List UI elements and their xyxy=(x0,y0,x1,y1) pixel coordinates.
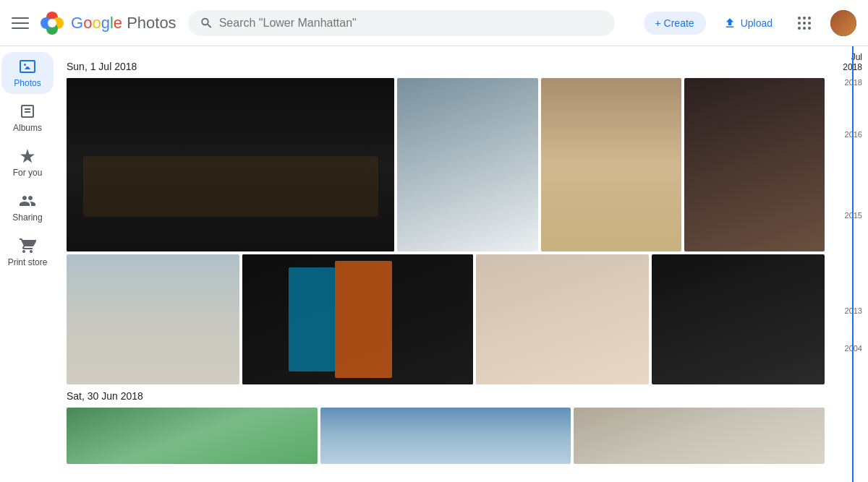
svg-point-15 xyxy=(803,27,806,30)
header-actions: + Create Upload xyxy=(644,10,856,36)
google-photos-logo: Google Photos xyxy=(38,9,176,38)
photo-cell[interactable] xyxy=(476,254,649,384)
main-content: Photos Albums For you Sharing P xyxy=(0,46,868,482)
svg-point-12 xyxy=(803,22,806,25)
svg-rect-2 xyxy=(12,27,29,29)
svg-point-7 xyxy=(48,19,56,27)
date-header-jul2018: Sun, 1 Jul 2018 xyxy=(67,61,825,72)
logo-text: Google Photos xyxy=(71,14,176,33)
sidebar-item-foryou[interactable]: For you xyxy=(1,142,54,184)
photo-content: Sun, 1 Jul 2018 xyxy=(55,46,830,482)
photo-cell[interactable] xyxy=(574,408,825,464)
photo-cell[interactable] xyxy=(67,408,318,464)
photo-cell[interactable] xyxy=(67,78,394,251)
svg-point-13 xyxy=(808,22,811,25)
sidebar-item-printstore[interactable]: Print store xyxy=(1,231,54,273)
sidebar-label-albums: Albums xyxy=(13,123,42,133)
svg-point-16 xyxy=(808,27,811,30)
sidebar: Photos Albums For you Sharing P xyxy=(0,46,55,482)
photo-row-3 xyxy=(67,408,825,464)
timeline: Jul 2018 2018 2016 2015 2013 2004 xyxy=(830,46,868,482)
search-bar[interactable] xyxy=(188,10,615,36)
date-header-jun2018: Sat, 30 Jun 2018 xyxy=(67,390,825,402)
upload-icon xyxy=(723,17,736,30)
cart-icon xyxy=(19,237,36,254)
search-icon xyxy=(200,16,213,30)
search-input[interactable] xyxy=(219,17,603,30)
photo-cell[interactable] xyxy=(67,254,239,384)
svg-point-14 xyxy=(798,27,801,30)
album-icon xyxy=(19,103,36,120)
photo-row-2 xyxy=(67,254,825,384)
photo-cell[interactable] xyxy=(652,254,825,384)
photo-section-jun2018: Sat, 30 Jun 2018 xyxy=(67,390,825,464)
svg-point-9 xyxy=(803,17,806,20)
svg-point-10 xyxy=(808,17,811,20)
photo-cell[interactable] xyxy=(541,78,681,251)
svg-rect-18 xyxy=(25,108,30,110)
apps-button[interactable] xyxy=(796,14,813,32)
photo-section-jul2018: Sun, 1 Jul 2018 xyxy=(67,61,825,384)
sidebar-label-printstore: Print store xyxy=(8,257,48,267)
svg-rect-19 xyxy=(25,111,30,113)
svg-point-8 xyxy=(798,17,801,20)
sidebar-label-foryou: For you xyxy=(13,168,43,178)
photo-cell[interactable] xyxy=(684,78,825,251)
photo-row-1 xyxy=(67,78,825,251)
timeline-line xyxy=(852,46,854,482)
sidebar-item-albums[interactable]: Albums xyxy=(1,97,54,139)
sidebar-item-sharing[interactable]: Sharing xyxy=(1,186,54,228)
photo-cell[interactable] xyxy=(242,254,473,384)
photo-cell[interactable] xyxy=(320,408,571,464)
sidebar-label-sharing: Sharing xyxy=(12,212,42,223)
header: Google Photos + Create Upload xyxy=(0,0,868,46)
landscape-icon xyxy=(19,58,36,75)
sidebar-label-photos: Photos xyxy=(14,78,41,88)
photo-cell[interactable] xyxy=(397,78,537,251)
svg-rect-1 xyxy=(12,22,29,24)
avatar[interactable] xyxy=(830,10,856,36)
sidebar-item-photos[interactable]: Photos xyxy=(1,52,54,94)
sharing-icon xyxy=(19,192,36,210)
sparkle-icon xyxy=(19,147,36,165)
upload-button[interactable]: Upload xyxy=(712,11,784,35)
svg-point-11 xyxy=(798,22,801,25)
create-button[interactable]: + Create xyxy=(644,12,706,35)
svg-point-17 xyxy=(24,64,26,66)
menu-button[interactable] xyxy=(12,14,29,32)
svg-rect-0 xyxy=(12,17,29,19)
timeline-entry[interactable]: Jul 2018 xyxy=(830,52,862,72)
